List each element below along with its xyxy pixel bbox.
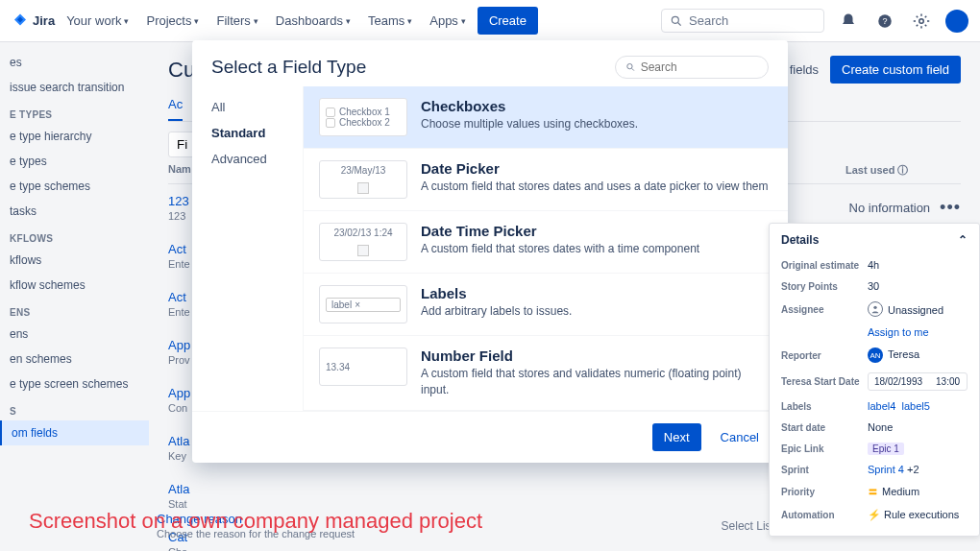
preview-number: 13.34	[319, 347, 407, 386]
svg-point-7	[873, 306, 876, 309]
person-icon	[868, 301, 883, 317]
detail-reporter[interactable]: ANTeresa	[868, 347, 968, 363]
priority-icon: 〓	[868, 486, 878, 497]
cancel-button[interactable]: Cancel	[711, 423, 769, 451]
field-desc: A custom field that stores dates and use…	[421, 179, 769, 195]
modal-title: Select a Field Type	[211, 57, 366, 78]
search-icon	[625, 61, 636, 73]
chevron-up-icon[interactable]: ⌃	[958, 233, 968, 247]
modal-cat-advanced[interactable]: Advanced	[211, 146, 283, 172]
field-desc: Add arbitrary labels to issues.	[421, 303, 572, 320]
detail-labels[interactable]: label4 label5	[868, 400, 968, 412]
modal-categories: All Standard Advanced	[192, 86, 303, 411]
calendar-icon	[357, 245, 369, 256]
modal-search-input[interactable]	[641, 60, 758, 74]
next-button[interactable]: Next	[652, 423, 701, 451]
field-type-date-picker[interactable]: 23/May/13 Date PickerA custom field that…	[304, 149, 788, 211]
detail-assignee[interactable]: Unassigned	[868, 301, 968, 317]
field-type-datetime-picker[interactable]: 23/02/13 1:24 Date Time PickerA custom f…	[304, 211, 788, 274]
modal-cat-all[interactable]: All	[211, 94, 283, 120]
field-title: Checkboxes	[421, 98, 638, 114]
field-title: Date Time Picker	[421, 223, 699, 239]
field-desc: A custom field that stores and validates…	[421, 366, 772, 398]
preview-checkboxes: Checkbox 1 Checkbox 2	[319, 98, 407, 136]
assign-to-me-link[interactable]: Assign to me	[868, 326, 968, 338]
field-desc: A custom field that stores dates with a …	[421, 241, 699, 257]
field-type-checkboxes[interactable]: Checkbox 1 Checkbox 2 CheckboxesChoose m…	[304, 86, 788, 149]
calendar-icon	[357, 182, 369, 194]
field-title: Date Picker	[421, 160, 769, 177]
detail-automation[interactable]: ⚡ Rule executions	[868, 509, 968, 521]
field-type-modal: Select a Field Type All Standard Advance…	[192, 40, 788, 463]
preview-labels: label ×	[319, 285, 407, 323]
detail-startdate[interactable]: None	[868, 421, 968, 433]
preview-datetime: 23/02/13 1:24	[319, 223, 407, 261]
detail-epic[interactable]: Epic 1	[868, 443, 968, 454]
field-title: Labels	[421, 285, 572, 301]
field-type-labels[interactable]: label × LabelsAdd arbitrary labels to is…	[304, 274, 788, 336]
svg-point-5	[627, 63, 632, 68]
bolt-icon: ⚡	[868, 509, 881, 520]
field-type-list: Checkbox 1 Checkbox 2 CheckboxesChoose m…	[303, 86, 788, 411]
modal-cat-standard[interactable]: Standard	[211, 120, 283, 146]
detail-sprint[interactable]: Sprint 4 +2	[868, 464, 968, 475]
detail-priority[interactable]: 〓Medium	[868, 485, 968, 499]
field-desc: Choose multiple values using checkboxes.	[421, 116, 638, 132]
field-title: Number Field	[421, 347, 772, 364]
caption-overlay: Screenshot on a own company managed proj…	[29, 509, 482, 534]
detail-estimate[interactable]: 4h	[868, 259, 968, 271]
svg-line-6	[632, 68, 634, 70]
field-type-number[interactable]: 13.34 Number FieldA custom field that st…	[304, 336, 788, 411]
modal-search[interactable]	[615, 56, 769, 79]
preview-date: 23/May/13	[319, 160, 407, 199]
details-title: Details	[781, 233, 819, 247]
avatar: AN	[868, 347, 883, 363]
detail-story-points[interactable]: 30	[868, 280, 968, 292]
detail-start-date[interactable]: 18/02/199313:00	[868, 372, 968, 391]
issue-details-panel: Details⌃ Original estimate4h Story Point…	[769, 223, 980, 537]
